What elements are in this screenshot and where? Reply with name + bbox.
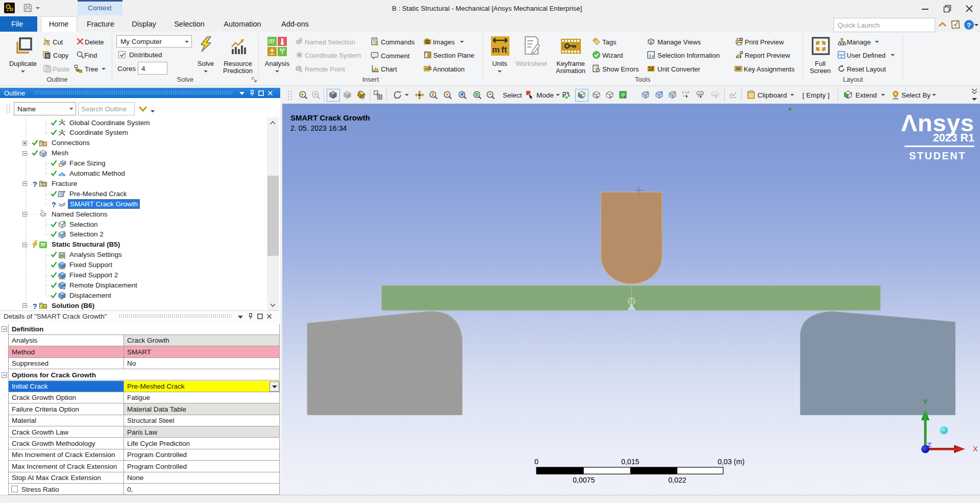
svg-text:0,015: 0,015 [621, 458, 640, 466]
svg-text:mft: mft [648, 68, 654, 71]
svg-text:m: m [492, 45, 500, 55]
svg-text:Abc: Abc [713, 93, 718, 96]
svg-text:C: C [375, 40, 379, 46]
svg-text:Y: Y [923, 397, 928, 406]
svg-text:0,022: 0,022 [668, 476, 687, 484]
svg-text:X.Y.Z: X.Y.Z [682, 91, 690, 94]
svg-text:0,0075: 0,0075 [573, 476, 595, 484]
svg-text:i: i [649, 52, 651, 58]
svg-text:0,03 (m): 0,03 (m) [718, 458, 745, 466]
svg-text:X: X [973, 444, 978, 453]
svg-text:ABC: ABC [425, 67, 432, 70]
svg-text:100: 100 [698, 92, 702, 95]
svg-text:ft: ft [501, 45, 507, 55]
svg-text:0: 0 [534, 458, 538, 466]
